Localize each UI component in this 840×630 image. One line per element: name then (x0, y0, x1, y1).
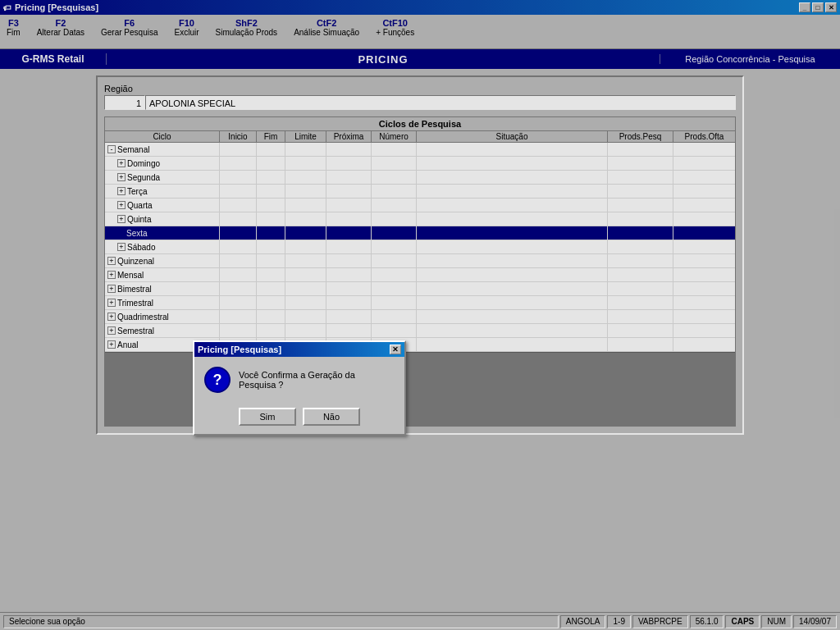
dialog-body: ? Você Confirma a Geração da Pesquisa ? (194, 357, 404, 403)
confirm-button[interactable]: Sim (239, 408, 296, 426)
dialog-message: Você Confirma a Geração da Pesquisa ? (239, 370, 395, 390)
dialog-question-icon: ? (204, 367, 231, 393)
dialog-title-bar: Pricing [Pesquisas] ✕ (194, 342, 404, 357)
dialog: Pricing [Pesquisas] ✕ ? Você Confirma a … (193, 340, 406, 436)
cancel-button[interactable]: Não (303, 408, 360, 426)
dialog-title-text: Pricing [Pesquisas] (198, 345, 390, 354)
dialog-buttons: Sim Não (194, 403, 404, 434)
dialog-overlay: Pricing [Pesquisas] ✕ ? Você Confirma a … (0, 0, 840, 630)
dialog-close-button[interactable]: ✕ (390, 345, 401, 354)
